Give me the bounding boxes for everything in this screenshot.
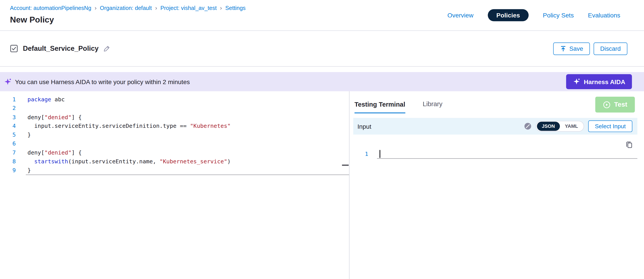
code-line: 2 — [0, 104, 349, 112]
terminal-tabs: Testing TerminalLibrary — [354, 91, 442, 113]
code-line: 4 input.serviceEntity.serviceDefinition.… — [0, 122, 349, 130]
new-policy-page: Account: automationPipelinesNg›Organizat… — [0, 0, 644, 279]
play-icon — [603, 101, 611, 108]
code-line: 1package abc — [0, 95, 349, 104]
line-number: 1 — [353, 150, 368, 158]
save-button[interactable]: Save — [553, 42, 590, 55]
breadcrumb-link[interactable]: Organization: default — [100, 5, 152, 12]
code-text: deny["denied"] { — [16, 113, 82, 122]
aida-banner-message: You can use Harness AIDA to write your p… — [15, 78, 190, 85]
line-number: 1 — [0, 95, 16, 104]
header-nav-tabs: OverviewPoliciesPolicy SetsEvaluations — [447, 8, 620, 22]
harness-aida-button[interactable]: Harness AIDA — [566, 74, 632, 89]
nav-tab-policy-sets[interactable]: Policy Sets — [543, 12, 574, 18]
testing-terminal-panel: Testing TerminalLibrary Test Input JSONY… — [350, 91, 644, 279]
policy-name: Default_Service_Policy — [23, 44, 99, 52]
line-number: 2 — [0, 104, 16, 112]
format-option-json[interactable]: JSON — [537, 122, 560, 131]
input-editor[interactable]: 1 — [353, 150, 638, 158]
line-number: 6 — [0, 139, 16, 148]
select-input-button[interactable]: Select Input — [588, 120, 632, 132]
policy-checkbox-icon — [10, 44, 18, 52]
input-current-line-border — [377, 158, 638, 159]
line-number: 9 — [0, 166, 16, 174]
nav-tab-overview[interactable]: Overview — [447, 12, 474, 18]
format-toggle: JSONYAML — [536, 121, 584, 132]
discard-button-label: Discard — [600, 45, 621, 52]
code-line: 6 — [0, 139, 349, 148]
upload-icon — [560, 45, 566, 52]
code-text — [16, 104, 28, 112]
code-line: 7deny["denied"] { — [0, 148, 349, 157]
policy-code-editor[interactable]: 1package abc23deny["denied"] {4 input.se… — [0, 91, 350, 279]
breadcrumb-link[interactable]: Account: automationPipelinesNg — [10, 5, 91, 12]
nav-tab-policies[interactable]: Policies — [488, 9, 528, 21]
code-text: input.serviceEntity.serviceDefinition.ty… — [16, 122, 231, 130]
copy-icon[interactable] — [625, 141, 633, 150]
code-text: startswith(input.serviceEntity.name, "Ku… — [16, 157, 231, 166]
format-option-yaml[interactable]: YAML — [560, 122, 583, 131]
clear-input-icon[interactable] — [524, 122, 532, 130]
code-text: package abc — [16, 95, 65, 104]
breadcrumb-separator: › — [155, 5, 157, 12]
input-label: Input — [357, 123, 371, 130]
code-text: } — [16, 130, 31, 139]
policy-code-lines: 1package abc23deny["denied"] {4 input.se… — [0, 95, 349, 174]
code-text — [16, 139, 28, 148]
code-text: deny["denied"] { — [16, 148, 82, 157]
aida-sparkle-icon — [4, 78, 12, 86]
line-number: 8 — [0, 157, 16, 166]
nav-tab-evaluations[interactable]: Evaluations — [588, 12, 620, 18]
breadcrumb-link[interactable]: Project: vishal_av_test — [160, 5, 217, 12]
aida-banner: You can use Harness AIDA to write your p… — [0, 72, 644, 92]
aida-sparkle-icon — [572, 78, 580, 86]
line-number: 4 — [0, 122, 16, 130]
policy-toolbar: Default_Service_Policy Save Discard — [0, 31, 644, 67]
save-button-label: Save — [570, 45, 583, 52]
input-panel-header: Input JSONYAML Select Input — [353, 118, 638, 135]
harness-aida-button-label: Harness AIDA — [584, 78, 625, 85]
code-line: 8 startswith(input.serviceEntity.name, "… — [0, 157, 349, 166]
code-line: 9} — [0, 166, 349, 174]
main-content: 1package abc23deny["denied"] {4 input.se… — [0, 91, 644, 279]
test-button-label: Test — [614, 101, 627, 108]
input-header-actions: JSONYAML Select Input — [524, 120, 632, 132]
breadcrumb-link[interactable]: Settings — [225, 5, 246, 12]
tab-library[interactable]: Library — [423, 100, 442, 114]
overview-ruler-marker — [342, 165, 349, 166]
test-button[interactable]: Test — [595, 97, 635, 112]
tab-testing-terminal[interactable]: Testing Terminal — [354, 101, 405, 114]
line-number: 3 — [0, 113, 16, 122]
code-text: } — [16, 166, 31, 174]
toolbar-actions: Save Discard — [553, 42, 627, 55]
page-header: Account: automationPipelinesNg›Organizat… — [0, 0, 644, 31]
breadcrumb-separator: › — [95, 5, 97, 12]
edit-pencil-icon[interactable] — [103, 45, 110, 52]
code-line: 5} — [0, 130, 349, 139]
breadcrumb-separator: › — [220, 5, 222, 12]
code-line: 3deny["denied"] { — [0, 113, 349, 122]
line-number: 7 — [0, 148, 16, 157]
current-line-border — [26, 174, 349, 175]
text-cursor — [380, 150, 380, 158]
discard-button[interactable]: Discard — [594, 42, 627, 55]
line-number: 5 — [0, 130, 16, 139]
